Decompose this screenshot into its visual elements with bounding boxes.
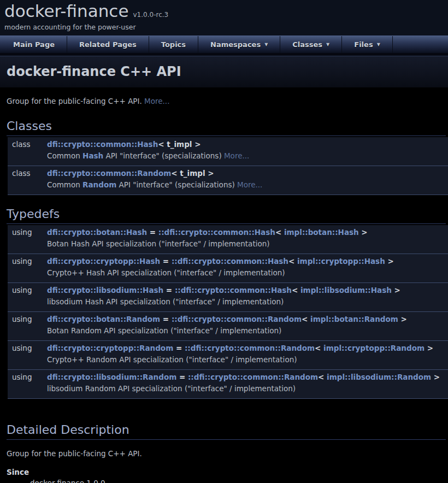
- class-desc-link[interactable]: Random: [82, 180, 116, 189]
- typedef-name-link[interactable]: dfi::crypto::libsodium::Random: [47, 373, 176, 381]
- angle-open: <: [288, 257, 297, 266]
- page-title: docker-finance C++ API: [7, 64, 441, 79]
- tab-topics[interactable]: Topics: [149, 36, 198, 53]
- typedef-desc: Botan Hash API specialization ("interfac…: [42, 239, 448, 249]
- tab-label: Classes: [292, 40, 322, 49]
- class-desc: Common: [47, 180, 82, 189]
- class-desc: Common: [47, 151, 82, 160]
- typedefs-table: using dfi::crypto::botan::Hash = ::dfi::…: [8, 225, 448, 399]
- tab-main-page[interactable]: Main Page: [0, 36, 67, 53]
- tab-classes[interactable]: Classes▼: [280, 36, 342, 53]
- base-class-link[interactable]: ::dfi::crypto::common::Random: [185, 344, 315, 352]
- impl-class-link[interactable]: impl::libsodium::Random: [327, 373, 431, 381]
- typedef-name-link[interactable]: dfi::crypto::cryptopp::Hash: [47, 257, 160, 266]
- tab-label: Namespaces: [210, 40, 261, 49]
- angle-close: >: [385, 257, 394, 266]
- tab-label: Main Page: [13, 40, 55, 49]
- chevron-down-icon: ▼: [326, 42, 329, 47]
- base-class-link[interactable]: ::dfi::crypto::common::Random: [172, 315, 302, 323]
- impl-class-link[interactable]: impl::libsodium::Hash: [300, 286, 392, 294]
- angle-open: <: [275, 228, 284, 237]
- since-label: Since: [7, 468, 441, 476]
- impl-class-link[interactable]: impl::cryptopp::Random: [323, 344, 425, 352]
- typedef-row: using dfi::crypto::cryptopp::Hash = ::df…: [8, 254, 448, 283]
- more-link[interactable]: More...: [144, 97, 169, 105]
- class-link[interactable]: dfi::crypto::common::Random: [47, 169, 171, 178]
- title-area: docker-finance v1.0.0-rc.3 modern accoun…: [0, 0, 448, 36]
- tab-label: Related Pages: [79, 40, 137, 49]
- project-name: docker-finance: [4, 1, 129, 21]
- equals-sign: =: [160, 257, 172, 266]
- typedef-name-link[interactable]: dfi::crypto::libsodium::Hash: [47, 286, 163, 294]
- equals-sign: =: [147, 228, 158, 237]
- page-header: docker-finance C++ API: [0, 56, 448, 87]
- class-desc: API "interface" (specializations): [116, 180, 237, 189]
- section-heading-detailed-description: Detailed Description: [7, 423, 446, 440]
- tab-namespaces[interactable]: Namespaces▼: [198, 36, 280, 53]
- chevron-down-icon: ▼: [264, 42, 268, 47]
- typedef-row: using dfi::crypto::botan::Random = ::dfi…: [8, 312, 448, 341]
- project-version: v1.0.0-rc.3: [133, 11, 169, 19]
- more-link[interactable]: More...: [237, 180, 262, 189]
- impl-class-link[interactable]: impl::cryptopp::Hash: [297, 257, 385, 266]
- kind-label: class: [8, 168, 42, 179]
- class-desc: API "interface" (specializations): [103, 151, 224, 160]
- typedef-row: using dfi::crypto::botan::Hash = ::dfi::…: [8, 225, 448, 254]
- typedef-desc: libsodium Random API specialization ("in…: [42, 384, 448, 394]
- class-row: class dfi::crypto::common::Random< t_imp…: [8, 166, 448, 195]
- typedef-desc: Crypto++ Hash API specialization ("inter…: [42, 268, 448, 278]
- typedef-name-link[interactable]: dfi::crypto::cryptopp::Random: [47, 344, 173, 352]
- main-nav-tabs: Main Page Related Pages Topics Namespace…: [0, 36, 448, 53]
- contents: Group for the public-facing C++ API. Mor…: [0, 96, 448, 483]
- base-class-link[interactable]: ::dfi::crypto::common::Hash: [175, 286, 292, 294]
- angle-close: >: [359, 228, 368, 237]
- classes-table: class dfi::crypto::common::Hash< t_impl …: [8, 137, 448, 195]
- angle-close: >: [398, 315, 407, 323]
- detailed-description-section: Detailed Description Group for the publi…: [0, 423, 448, 483]
- impl-class-link[interactable]: impl::botan::Random: [310, 315, 398, 323]
- group-summary: Group for the public-facing C++ API. Mor…: [7, 96, 441, 107]
- class-desc-link[interactable]: Hash: [82, 151, 103, 160]
- kind-label: using: [8, 227, 42, 238]
- equals-sign: =: [160, 315, 172, 323]
- typedef-desc: Crypto++ Random API specialization ("int…: [42, 355, 448, 365]
- kind-label: using: [8, 372, 42, 382]
- chevron-down-icon: ▼: [377, 42, 380, 47]
- typedef-row: using dfi::crypto::libsodium::Random = :…: [8, 370, 448, 399]
- typedef-desc: libsodium Hash API specialization ("inte…: [42, 297, 448, 307]
- base-class-link[interactable]: ::dfi::crypto::common::Hash: [158, 228, 275, 237]
- kind-label: using: [8, 343, 42, 354]
- typedef-name-link[interactable]: dfi::crypto::botan::Random: [47, 315, 160, 323]
- typedef-name-link[interactable]: dfi::crypto::botan::Hash: [47, 228, 147, 237]
- angle-close: >: [425, 344, 433, 352]
- section-heading-typedefs: Typedefs: [7, 207, 446, 224]
- impl-class-link[interactable]: impl::botan::Hash: [284, 228, 359, 237]
- class-link[interactable]: dfi::crypto::common::Hash: [47, 140, 158, 149]
- detailed-text: Group for the public-facing C++ API.: [7, 449, 441, 460]
- equals-sign: =: [176, 373, 188, 381]
- template-args: < t_impl >: [158, 140, 201, 149]
- since-value: docker-finance 1.0.0: [30, 479, 441, 483]
- template-args: < t_impl >: [171, 169, 214, 178]
- angle-open: <: [302, 315, 310, 323]
- base-class-link[interactable]: ::dfi::crypto::common::Hash: [172, 257, 288, 266]
- base-class-link[interactable]: ::dfi::crypto::common::Random: [188, 373, 318, 381]
- kind-label: using: [8, 256, 42, 267]
- tab-related-pages[interactable]: Related Pages: [67, 36, 149, 53]
- more-link[interactable]: More...: [224, 151, 249, 160]
- kind-label: using: [8, 285, 42, 296]
- tab-label: Files: [354, 40, 373, 49]
- angle-open: <: [315, 344, 323, 352]
- equals-sign: =: [163, 286, 175, 294]
- angle-open: <: [292, 286, 300, 294]
- angle-open: <: [318, 373, 327, 381]
- section-heading-classes: Classes: [7, 119, 446, 136]
- kind-label: class: [8, 139, 42, 150]
- tab-files[interactable]: Files▼: [342, 36, 393, 53]
- angle-close: >: [431, 373, 440, 381]
- summary-text: Group for the public-facing C++ API.: [7, 97, 144, 105]
- class-row: class dfi::crypto::common::Hash< t_impl …: [8, 137, 448, 166]
- typedef-row: using dfi::crypto::cryptopp::Random = ::…: [8, 341, 448, 370]
- equals-sign: =: [173, 344, 185, 352]
- typedef-row: using dfi::crypto::libsodium::Hash = ::d…: [8, 283, 448, 312]
